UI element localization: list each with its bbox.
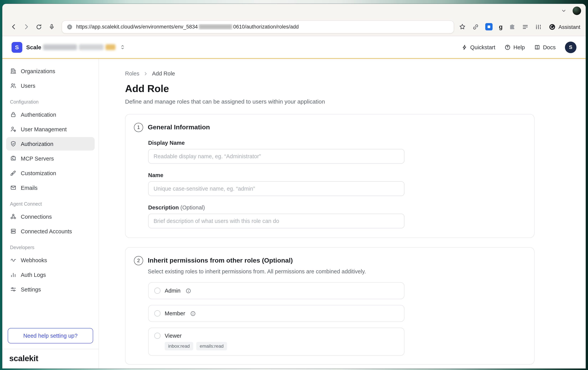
sidebar-item-connected-accounts[interactable]: Connected Accounts (6, 224, 95, 238)
page-subtitle: Define and manage roles that can be assi… (125, 98, 586, 105)
step-2-badge: 2 (134, 256, 143, 265)
redacted-url-segment (199, 24, 232, 29)
sidebar-item-label: Auth Logs (21, 272, 46, 278)
browser-toolbar: https://app.scalekit.cloud/ws/environmen… (2, 18, 586, 36)
step-row: 2 Inherit permissions from other roles (… (134, 256, 534, 265)
admin-radio[interactable] (154, 288, 160, 294)
password-extension-icon[interactable] (485, 23, 493, 30)
nodes-icon (10, 213, 17, 220)
browser-titlebar (2, 4, 586, 18)
role-option-member[interactable]: Member (148, 305, 404, 322)
chevron-down-icon[interactable] (561, 8, 567, 13)
display-name-label: Display Name (148, 140, 534, 146)
workspace-switcher[interactable]: S Scale (11, 42, 125, 53)
globe-icon (67, 24, 73, 30)
scalekit-wordmark: scalekit (9, 354, 38, 363)
role-option-label: Admin (165, 288, 180, 294)
main-content: Roles Add Role Add Role Define and manag… (99, 59, 586, 369)
redacted-workspace-segment (43, 44, 77, 50)
description-label: Description (Optional) (148, 205, 534, 211)
chevron-right-icon (143, 71, 148, 76)
sidebar-item-auth-logs[interactable]: Auth Logs (6, 268, 95, 282)
role-option-line: Viewer (154, 333, 398, 339)
name-input[interactable] (148, 181, 404, 196)
sidebar-item-label: Settings (21, 286, 41, 293)
sidebar-item-label: Connected Accounts (21, 228, 72, 234)
description-optional-text: (Optional) (180, 205, 205, 211)
user-avatar[interactable]: S (565, 41, 577, 53)
sidebar-bottom: Need help setting up? scalekit (6, 324, 95, 369)
quickstart-button[interactable]: Quickstart (462, 44, 495, 50)
app-body: Organizations Users Configuration Authe (2, 59, 586, 369)
sidebar-item-users[interactable]: Users (6, 79, 95, 92)
viewer-radio[interactable] (154, 333, 160, 339)
docs-label: Docs (543, 44, 556, 50)
redacted-workspace-segment (79, 44, 104, 50)
microphone-icon[interactable] (46, 21, 57, 33)
lock-icon (10, 111, 17, 118)
sidebar-item-settings[interactable]: Settings (6, 283, 95, 296)
bar-chart-icon (10, 272, 17, 278)
toolbar-right: g Assistant (459, 23, 580, 30)
display-name-input[interactable] (148, 149, 404, 164)
envelope-icon (10, 185, 17, 191)
sidebar-item-label: MCP Servers (21, 155, 54, 162)
url-bar[interactable]: https://app.scalekit.cloud/ws/environmen… (62, 20, 454, 33)
reload-button[interactable] (33, 21, 45, 33)
sidebar-item-label: Emails (21, 185, 38, 191)
copy-link-icon[interactable] (472, 23, 479, 30)
sidebar-item-authorization[interactable]: Authorization (6, 137, 95, 151)
info-icon[interactable] (186, 288, 191, 294)
sidebar-item-customization[interactable]: Customization (6, 166, 95, 180)
need-help-button[interactable]: Need help setting up? (8, 328, 93, 343)
breadcrumb-roles[interactable]: Roles (125, 70, 139, 77)
user-gear-icon (10, 126, 17, 132)
sidebar-item-label: Organizations (21, 68, 55, 74)
sliders-icon (10, 286, 17, 293)
name-label: Name (148, 172, 534, 178)
help-button[interactable]: Help (504, 44, 525, 50)
sidebar-item-user-management[interactable]: User Management (6, 122, 95, 136)
role-option-admin[interactable]: Admin (148, 282, 404, 299)
breadcrumb: Roles Add Role (125, 70, 586, 77)
role-option-viewer[interactable]: Viewer inbox:read emails:read (148, 328, 404, 356)
back-button[interactable] (8, 21, 19, 33)
assistant-button[interactable]: Assistant (549, 23, 580, 30)
description-input[interactable] (148, 214, 404, 228)
role-option-label: Viewer (165, 333, 182, 339)
grammarly-icon[interactable]: g (499, 24, 503, 30)
inherit-permissions-card: 2 Inherit permissions from other roles (… (125, 247, 535, 365)
url-prefix: https://app.scalekit.cloud/ws/environmen… (76, 24, 198, 30)
forward-button[interactable] (21, 21, 32, 33)
role-options: Admin Member (148, 282, 404, 356)
sidebar-item-label: Authentication (21, 111, 56, 118)
url-text: https://app.scalekit.cloud/ws/environmen… (76, 24, 299, 30)
sidebar-section-developers: Developers (6, 239, 95, 253)
member-radio[interactable] (154, 310, 160, 316)
bookmark-star-icon[interactable] (459, 23, 466, 30)
workspace-name: Scale (26, 44, 116, 50)
sidebar-item-label: Users (21, 83, 35, 89)
sidebar-item-emails[interactable]: Emails (6, 181, 95, 195)
docs-button[interactable]: Docs (534, 44, 556, 50)
sidebar-item-mcp-servers[interactable]: MCP Servers (6, 152, 95, 165)
permission-tags: inbox:read emails:read (165, 342, 398, 350)
general-information-title: General Information (148, 124, 210, 131)
browser-profile-avatar[interactable] (573, 7, 581, 15)
sidebar-item-connections[interactable]: Connections (6, 210, 95, 223)
info-icon[interactable] (190, 311, 196, 316)
app-header: S Scale Qu (2, 36, 586, 58)
workspace-caret-icon (120, 44, 125, 50)
reader-list-icon[interactable] (522, 23, 529, 30)
extension-icon[interactable] (509, 23, 516, 30)
users-icon (10, 82, 17, 89)
equalizer-icon[interactable] (535, 23, 542, 30)
sidebar-item-webhooks[interactable]: Webhooks (6, 253, 95, 267)
display-name-field: Display Name (148, 140, 534, 164)
question-circle-icon (504, 44, 511, 50)
name-field: Name (148, 172, 534, 196)
sidebar-item-authentication[interactable]: Authentication (6, 108, 95, 121)
page-title: Add Role (125, 83, 586, 95)
sidebar-item-organizations[interactable]: Organizations (6, 64, 95, 78)
building-icon (10, 68, 17, 74)
